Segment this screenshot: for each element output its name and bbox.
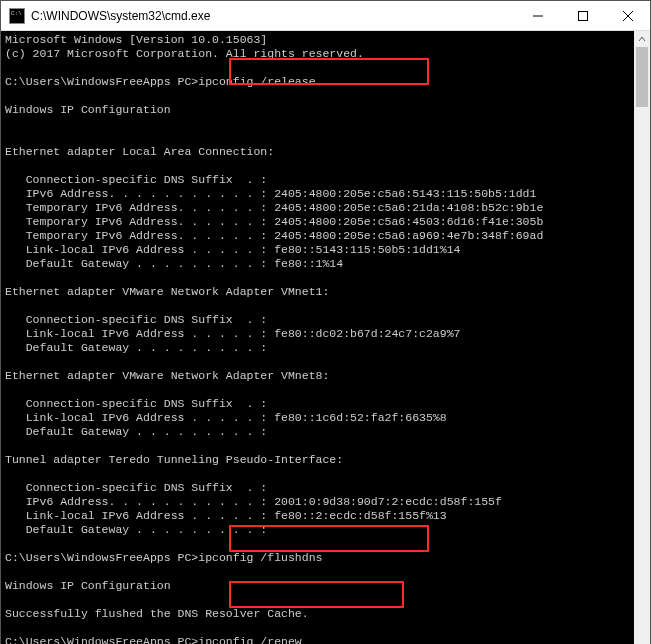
window-controls xyxy=(515,1,650,30)
maximize-icon xyxy=(578,11,588,21)
close-icon xyxy=(623,11,633,21)
scrollbar-thumb[interactable] xyxy=(636,47,648,107)
maximize-button[interactable] xyxy=(560,1,605,30)
scroll-up-button[interactable] xyxy=(634,31,650,47)
svg-rect-1 xyxy=(578,11,587,20)
terminal-output[interactable]: Microsoft Windows [Version 10.0.15063] (… xyxy=(1,31,634,644)
minimize-icon xyxy=(533,11,543,21)
cmd-window: C:\WINDOWS\system32\cmd.exe Microsoft Wi… xyxy=(0,0,651,644)
terminal-area: Microsoft Windows [Version 10.0.15063] (… xyxy=(1,31,650,644)
scrollbar-track[interactable] xyxy=(634,47,650,644)
highlight-box xyxy=(229,581,404,608)
vertical-scrollbar[interactable] xyxy=(634,31,650,644)
cmd-icon xyxy=(9,8,25,24)
highlight-box xyxy=(229,525,429,552)
titlebar[interactable]: C:\WINDOWS\system32\cmd.exe xyxy=(1,1,650,31)
minimize-button[interactable] xyxy=(515,1,560,30)
chevron-up-icon xyxy=(638,35,646,43)
window-title: C:\WINDOWS\system32\cmd.exe xyxy=(31,9,515,23)
highlight-box xyxy=(229,58,429,85)
close-button[interactable] xyxy=(605,1,650,30)
